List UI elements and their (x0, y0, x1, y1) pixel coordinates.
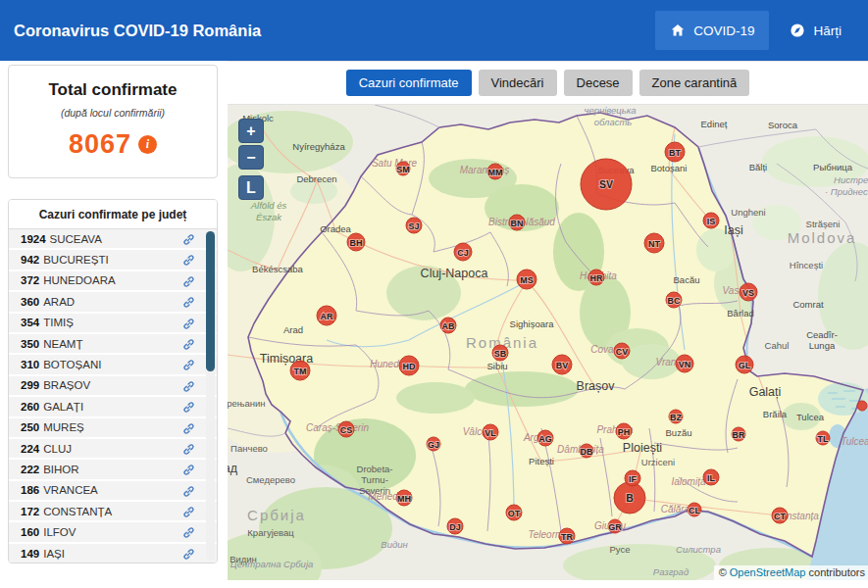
map-label: Београд (228, 462, 238, 475)
county-row: 222BIHOR (9, 460, 217, 480)
tab-vindec-ri[interactable]: Vindecări (479, 70, 557, 96)
county-name: BOTOȘANI (43, 359, 101, 370)
county-case-count: 260 (21, 401, 39, 413)
zoom-in-button[interactable]: + (238, 119, 264, 143)
map-label: Ploiești (623, 441, 662, 455)
county-link-icon[interactable] (182, 401, 195, 414)
county-list: 1924SUCEAVA942BUCUREȘTI372HUNEDOARA360AR… (9, 229, 217, 564)
map-label: Крагујевац (247, 527, 294, 538)
tab-cazuri-confirmate[interactable]: Cazuri confirmate (346, 70, 472, 96)
county-link-icon[interactable] (182, 338, 195, 351)
county-link-icon[interactable] (182, 233, 195, 246)
county-marker-label: MM (488, 168, 503, 177)
county-marker-label: CL (689, 506, 700, 515)
map-label: Србија (247, 507, 306, 523)
county-marker-label: MS (520, 275, 534, 285)
county-link-icon[interactable] (182, 359, 195, 371)
map-label: Oradea (320, 223, 351, 234)
info-icon[interactable]: i (138, 135, 157, 154)
county-name: VRANCEA (43, 484, 98, 496)
map-label: Caraș-Severin (306, 422, 369, 433)
county-name: ARAD (43, 296, 75, 308)
map-label: Силистра (676, 544, 721, 555)
county-link-icon[interactable] (182, 422, 195, 435)
nav-item-h-r-i[interactable]: Hărți (775, 11, 856, 50)
county-marker[interactable] (857, 401, 867, 411)
county-case-count: 160 (21, 526, 39, 538)
county-row: 172CONSTANȚA (9, 502, 217, 522)
county-marker-label: VL (485, 428, 496, 438)
county-case-count: 310 (21, 359, 39, 370)
nav-item-label: Hărți (813, 24, 842, 38)
county-marker-label: TR (561, 532, 573, 542)
attribution-suffix: contributors (805, 566, 865, 578)
county-marker-label: BT (669, 148, 681, 158)
county-marker-label: BV (556, 361, 569, 370)
tab-decese[interactable]: Decese (564, 70, 633, 96)
county-marker-label: TM (294, 367, 307, 376)
home-icon (670, 23, 686, 38)
county-list-header: Cazuri confirmate pe județ (9, 200, 217, 229)
map-label: Нистрени (834, 174, 868, 185)
map-label: Nyíregyháza (292, 141, 345, 152)
map-label: Soroca (768, 120, 798, 130)
map-label: Észak (256, 212, 282, 222)
map-label: Galați (749, 385, 782, 399)
county-marker-label: MH (397, 494, 411, 504)
county-row: 372HUNEDOARA (9, 271, 217, 292)
county-marker-label: TL (818, 434, 829, 444)
county-row: 354TIMIȘ (9, 314, 217, 334)
county-row: 250MUREȘ (9, 418, 217, 439)
county-link-icon[interactable] (182, 275, 195, 288)
county-list-card: Cazuri confirmate pe județ 1924SUCEAVA94… (8, 199, 218, 564)
openstreetmap-link[interactable]: OpenStreetMap (730, 566, 806, 578)
county-marker-label: VS (742, 288, 754, 298)
county-name: CLUJ (43, 443, 72, 455)
summary-card: Total confirmate (după locul confirmării… (8, 65, 218, 178)
county-marker-label: AG (538, 434, 552, 444)
county-row: 310BOTOȘANI (9, 355, 217, 375)
map-label: Satu Mare (372, 158, 418, 169)
county-marker-label: DJ (449, 522, 461, 532)
scrollbar-track[interactable] (206, 230, 215, 561)
county-link-icon[interactable] (182, 485, 195, 498)
layers-button[interactable]: L (238, 175, 264, 200)
map-label: Arad (283, 324, 303, 335)
map[interactable]: MiskolcNyíregyházaDebrecenAlföld ésÉszak… (228, 105, 868, 580)
map-label: Ungheni (731, 207, 765, 218)
county-link-icon[interactable] (182, 254, 195, 267)
map-label: Debrecen (296, 173, 336, 184)
nav-item-covid-19[interactable]: COVID-19 (655, 11, 769, 50)
map-label: Turnu- (361, 474, 388, 485)
county-link-icon[interactable] (182, 296, 195, 309)
county-marker-label: B (626, 492, 634, 504)
county-name: SUCEAVA (50, 233, 102, 245)
map-label: Разград (653, 566, 689, 577)
county-link-icon[interactable] (182, 443, 195, 456)
map-label: Bacău (674, 274, 700, 285)
county-case-count: 354 (21, 317, 39, 328)
county-marker-label: BN (511, 219, 524, 228)
county-link-icon[interactable] (182, 526, 195, 539)
county-link-icon[interactable] (182, 464, 195, 476)
county-case-count: 942 (21, 254, 39, 266)
explore-icon (790, 23, 805, 38)
map-label: Рыбница (813, 162, 853, 172)
map-label: Bălți (749, 162, 767, 172)
map-label: · Приднестро (825, 186, 868, 197)
county-link-icon[interactable] (182, 506, 195, 518)
county-link-icon[interactable] (182, 380, 195, 393)
scrollbar-thumb[interactable] (206, 231, 215, 371)
county-marker-label: VN (679, 360, 691, 369)
tab-zone-carantin-[interactable]: Zone carantină (639, 70, 750, 96)
county-link-icon[interactable] (182, 548, 195, 561)
zoom-out-button[interactable]: − (238, 145, 264, 170)
county-link-icon[interactable] (182, 318, 195, 330)
county-marker-label: NT (648, 239, 660, 249)
attribution-prefix: © (719, 566, 730, 578)
county-name: NEAMȚ (43, 338, 82, 350)
map-label: Botoșani (651, 163, 688, 173)
map-label: Pitești (529, 456, 554, 466)
county-marker-label: CT (774, 512, 786, 521)
map-label: Tulcea (796, 412, 825, 422)
